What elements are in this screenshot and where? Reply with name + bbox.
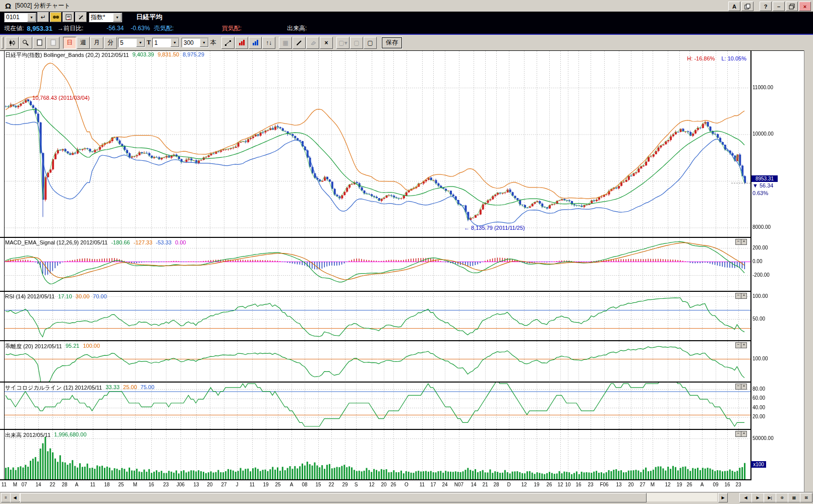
nav-end-button[interactable]: ▶| <box>764 493 776 502</box>
restore-button[interactable] <box>786 2 798 11</box>
vertical-scrollbar[interactable] <box>804 50 813 492</box>
price-panel-title: 日経平均(指数) Bollinger_Bands (20,2) 2012/05/… <box>5 51 129 59</box>
toolbar-grip[interactable] <box>1 37 4 49</box>
rsi-axis-label: 50.00 <box>752 316 765 322</box>
peak-annotation: ← 10,768.43 (2011/03/04) <box>25 95 90 101</box>
scrollbar-thumb[interactable] <box>20 493 647 502</box>
category-value: 指数* <box>89 13 113 22</box>
symbol-search-button[interactable] <box>50 12 62 22</box>
scroll-grip-button[interactable]: ≡ <box>1 493 11 502</box>
psych-panel-header: サイコロジカルライン (12) 2012/05/11 33.33 25.00 7… <box>5 384 154 392</box>
save-button[interactable]: 保存 <box>382 37 402 48</box>
x-axis-label: N07 <box>452 482 466 487</box>
layout-load-button[interactable]: ▢ <box>364 37 377 49</box>
nav-next-button[interactable]: ▶ <box>751 493 764 502</box>
volume-multiplier-badge: x100 <box>751 461 766 468</box>
price-axis-label: 8000.00 <box>752 224 771 230</box>
interval-select[interactable]: 1 ▼ <box>152 38 180 47</box>
bar-width-select[interactable]: 5 ▼ <box>118 38 145 47</box>
period-weekly-button[interactable]: 週 <box>77 37 90 49</box>
category-select[interactable]: 指数* ▼ <box>89 13 122 22</box>
x-axis-label: 20 <box>203 482 217 487</box>
symbol-code-input[interactable]: 0101 ▼ <box>4 13 36 22</box>
macd-hist-value: -53.33 <box>156 239 171 245</box>
rsi-panel-close-button[interactable]: × <box>741 293 747 299</box>
pen-off-button[interactable] <box>75 12 87 22</box>
horizontal-scrollbar[interactable]: ≡ ◀ ▶ ◀ ▶ ▶| ⊕ ▦ ⊠ <box>0 492 813 502</box>
sort-arrows-button[interactable]: ↑↓ <box>262 37 275 49</box>
trendline-icon <box>224 39 231 46</box>
x-axis-label: A <box>70 482 84 487</box>
x-axis-label: J <box>230 482 244 487</box>
pen-slash-icon <box>78 14 84 20</box>
delete-drawing-button[interactable]: × <box>320 37 333 49</box>
app-logo-icon: Ω <box>5 2 11 10</box>
period-minute-button[interactable]: 分 <box>104 37 117 49</box>
rsi-value: 17.10 <box>58 293 72 299</box>
kairi-panel-close-button[interactable]: × <box>741 342 747 348</box>
x-axis-label: A <box>695 482 709 487</box>
bar-count-select[interactable]: 300 ▼ <box>182 38 209 47</box>
font-button[interactable]: A <box>728 2 740 11</box>
layout-save-button[interactable]: ▢ <box>350 37 363 49</box>
binoculars-icon <box>52 15 60 20</box>
eraser-button[interactable] <box>306 37 319 49</box>
x-axis-label: 23 <box>731 482 745 487</box>
symbol-code-dropdown-icon[interactable]: ▼ <box>27 13 36 22</box>
layout-dropdown-button[interactable]: ▢▾ <box>336 37 350 49</box>
chart-canvas[interactable] <box>0 50 813 492</box>
memo-button[interactable] <box>63 12 74 22</box>
x-axis-label: 12 <box>517 482 531 487</box>
x-axis-label: 11 <box>245 482 259 487</box>
enter-symbol-button[interactable]: ↵ <box>37 12 49 22</box>
indicator-blue-button[interactable] <box>249 37 262 49</box>
copy-page-button[interactable] <box>46 37 60 49</box>
grid-button[interactable]: ▦ <box>279 37 292 49</box>
nav-prev-button[interactable]: ◀ <box>739 493 752 502</box>
copy-window-button[interactable] <box>741 2 753 11</box>
trendline-tool-button[interactable] <box>221 37 235 49</box>
new-page-button[interactable] <box>33 37 46 49</box>
macd-panel-close-button[interactable]: × <box>741 239 747 245</box>
rsi-panel-title: RSI (14) 2012/05/11 <box>5 293 54 299</box>
blue-histogram-icon <box>252 39 259 46</box>
red-histogram-icon <box>239 39 245 46</box>
x-axis-label: M <box>128 482 142 487</box>
title-bar[interactable]: Ω [5002] 分析チャート A ? – × <box>0 0 813 12</box>
restore-icon <box>789 4 795 10</box>
close-button[interactable]: × <box>799 2 811 11</box>
period-daily-button[interactable]: 日 <box>63 37 76 49</box>
scroll-left-button[interactable]: ◀ <box>10 493 20 502</box>
high-percent: H: -16.86% <box>687 55 715 61</box>
macd-axis-label: 0.00 <box>752 259 762 264</box>
grid-toggle-button[interactable]: ▦ <box>788 493 800 502</box>
panel-close-all-button[interactable]: ⊠ <box>800 493 812 502</box>
scroll-right-button[interactable]: ▶ <box>718 493 728 502</box>
zoom-tool-button[interactable] <box>19 37 32 49</box>
bollinger-lower-value: 8,975.29 <box>183 51 204 59</box>
app-window: Ω [5002] 分析チャート A ? – × 0101 ▼ ↵ <box>0 0 813 504</box>
category-dropdown-icon[interactable]: ▼ <box>113 13 122 22</box>
x-axis-label: 18 <box>100 482 114 487</box>
volume-panel-close-button[interactable]: × <box>741 431 747 437</box>
minimize-button[interactable]: – <box>773 2 785 11</box>
bar-width-dropdown-icon[interactable]: ▼ <box>136 38 145 47</box>
indicator-red-button[interactable] <box>235 37 248 49</box>
x-axis-label: 15 <box>311 482 325 487</box>
volume-label: 出来高: <box>287 24 307 33</box>
pencil-icon <box>296 39 303 46</box>
x-axis-label: A <box>284 482 299 487</box>
draw-pencil-button[interactable] <box>293 37 306 49</box>
psych-panel-close-button[interactable]: × <box>741 384 747 390</box>
x-axis-label: 25 <box>271 482 285 487</box>
period-monthly-button[interactable]: 月 <box>90 37 103 49</box>
psych-low-level: 25.00 <box>123 384 137 392</box>
x-axis-label: F06 <box>597 482 611 487</box>
interval-dropdown-icon[interactable]: ▼ <box>170 38 179 47</box>
zoom-plus-button[interactable]: ⊕ <box>776 493 788 502</box>
x-axis-label: 24 <box>438 482 452 487</box>
help-button[interactable]: ? <box>760 2 772 11</box>
bar-count-dropdown-icon[interactable]: ▼ <box>200 38 208 47</box>
candlestick-tool-button[interactable] <box>6 37 19 49</box>
eraser-icon <box>310 40 316 45</box>
